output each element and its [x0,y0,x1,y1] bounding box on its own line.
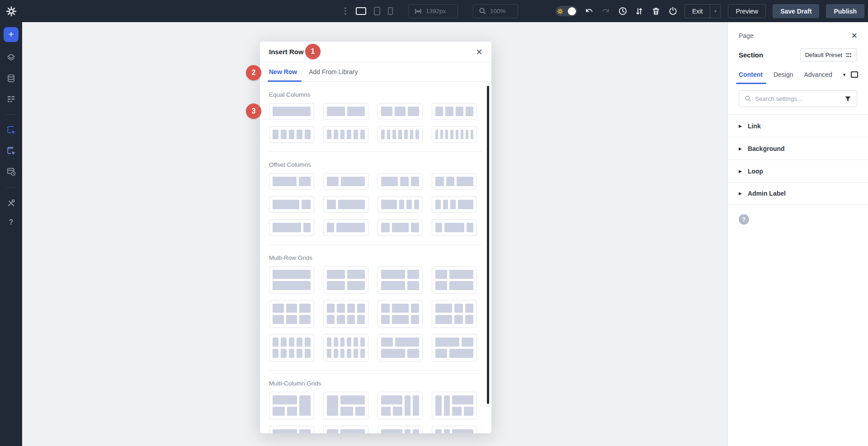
tab-content[interactable]: Content [739,71,763,84]
row-layout-option[interactable] [432,196,477,213]
row-layout-option[interactable] [432,173,477,190]
chevron-right-icon: ▶ [739,146,742,151]
panel-view-square-icon[interactable] [851,71,858,78]
layout-columns [435,429,473,433]
preview-button[interactable]: Preview [728,4,766,18]
search-box [739,90,857,107]
row-layout-option[interactable] [323,334,368,361]
desktop-view-icon[interactable] [356,7,366,15]
add-element-button[interactable]: + [4,27,19,42]
row-layout-option[interactable] [269,334,314,361]
undo-icon[interactable] [584,6,594,16]
row-layout-option[interactable] [377,300,423,328]
modal-header: Insert Row × [260,42,491,62]
exit-caret[interactable]: ▾ [710,5,721,18]
accordion-link[interactable]: ▶Link [728,114,868,137]
accordion-background[interactable]: ▶Background [728,137,868,160]
row-layout-option[interactable] [432,126,477,143]
publish-button[interactable]: Publish [826,4,864,18]
tools-icon[interactable] [6,197,17,208]
wireframe-view-icon[interactable] [6,94,17,104]
zoom-field[interactable]: 100% [473,4,518,18]
row-layout-option[interactable] [432,392,477,419]
row-layout-option[interactable] [323,126,368,143]
row-layout-option[interactable] [377,126,423,143]
row-layout-option[interactable] [323,173,368,190]
row-layout-option[interactable] [432,426,477,433]
row-layout-option[interactable] [377,196,423,213]
history-clock-icon[interactable] [618,6,627,16]
sort-arrows-icon[interactable] [634,6,644,16]
row-layout-option[interactable] [269,173,314,190]
row-layout-option[interactable] [432,334,477,361]
tab-new-row[interactable]: New Row [269,62,297,81]
layout-column-bar [413,429,419,433]
layout-history-icon[interactable] [6,166,17,177]
database-icon[interactable] [6,73,17,84]
row-layout-option[interactable] [269,266,314,294]
canvas-width-field[interactable]: 1392px [408,4,458,18]
kebab-menu-icon[interactable] [343,5,348,17]
row-layout-option[interactable] [323,392,368,419]
row-layout-option[interactable] [323,103,368,120]
row-layout-option[interactable] [269,103,314,120]
row-layout-option[interactable] [432,266,477,294]
phone-view-icon[interactable] [388,7,393,15]
close-icon[interactable]: × [476,47,482,56]
default-preset-button[interactable]: Default Preset [800,48,857,61]
row-layout-option[interactable] [269,196,314,213]
row-layout-option[interactable] [432,219,477,236]
filter-funnel-icon[interactable] [844,96,851,102]
row-layout-option[interactable] [432,300,477,328]
layout-column-bar [340,429,365,433]
insert-module-icon[interactable] [6,125,17,136]
row-layout-option[interactable] [269,392,314,419]
help-icon[interactable]: ? [9,218,14,226]
row-layout-option[interactable] [269,126,314,143]
save-draft-button[interactable]: Save Draft [773,4,819,18]
row-layout-option[interactable] [323,300,368,328]
layout-column-bar [273,407,285,416]
row-layout-option[interactable] [269,219,314,236]
redo-icon[interactable] [601,6,611,16]
settings-gear-icon[interactable] [6,6,17,17]
row-layout-option[interactable] [377,334,423,361]
tab-design[interactable]: Design [774,71,793,84]
row-layout-option[interactable] [269,300,314,328]
layout-column-bar [471,130,473,139]
layout-row [381,349,419,358]
layout-row [340,407,365,416]
panel-close-icon[interactable]: × [851,32,857,39]
layout-row [381,315,419,324]
row-layout-option[interactable] [323,196,368,213]
row-layout-option[interactable] [432,103,477,120]
layout-column-bar [411,177,420,186]
accordion-loop[interactable]: ▶Loop [728,160,868,182]
search-settings-input[interactable] [755,95,841,102]
layout-column-bar [415,130,419,139]
accordion-admin-label[interactable]: ▶Admin Label [728,182,868,205]
trash-icon[interactable] [651,6,661,16]
row-layout-option[interactable] [323,266,368,294]
row-layout-option[interactable] [269,426,314,433]
tablet-view-icon[interactable] [374,7,380,15]
row-layout-option[interactable] [377,103,423,120]
row-layout-option[interactable] [377,392,423,419]
builder-style-toggle[interactable] [556,6,577,16]
tab-advanced[interactable]: Advanced [804,71,832,84]
layout-column-bar [327,107,345,116]
insert-row-icon[interactable] [6,146,17,156]
row-layout-option[interactable] [377,219,423,236]
exit-button[interactable]: Exit ▾ [684,4,721,18]
row-layout-option[interactable] [323,219,368,236]
row-layout-option[interactable] [323,426,368,433]
modal-scrollbar[interactable] [487,86,489,404]
panel-help-icon[interactable]: ? [739,214,749,225]
tab-add-from-library[interactable]: Add From Library [309,62,358,81]
row-layout-option[interactable] [377,426,423,433]
row-layout-option[interactable] [377,266,423,294]
layers-icon[interactable] [6,52,17,63]
panel-caret-down-icon[interactable]: ▾ [843,72,846,78]
power-icon[interactable] [668,6,678,16]
row-layout-option[interactable] [377,173,423,190]
